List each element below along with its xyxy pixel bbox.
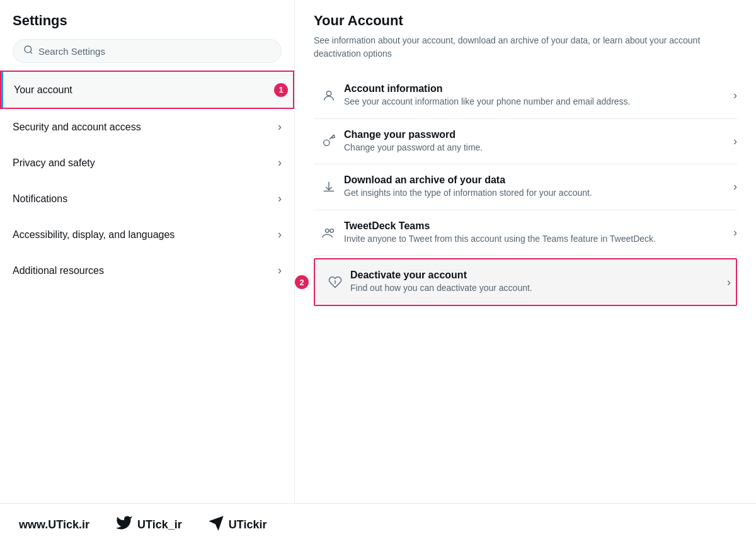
chevron-right-icon: › bbox=[278, 120, 282, 134]
sidebar-item-label: Accessibility, display, and languages bbox=[13, 229, 175, 241]
menu-item-deactivate-account[interactable]: Deactivate your account Find out how you… bbox=[314, 258, 737, 306]
main-content: Your Account See information about your … bbox=[295, 0, 756, 503]
svg-point-3 bbox=[324, 140, 329, 146]
svg-line-1 bbox=[30, 52, 32, 54]
sidebar-nav: Your account › 1 Security and account ac… bbox=[0, 71, 294, 288]
menu-item-account-information[interactable]: Account information See your account inf… bbox=[314, 73, 737, 119]
website-label: www.UTick.ir bbox=[19, 518, 89, 532]
menu-item-change-password[interactable]: Change your password Change your passwor… bbox=[314, 119, 737, 165]
sidebar-item-label: Additional resources bbox=[13, 265, 104, 276]
footer: www.UTick.ir UTick_ir UTickir bbox=[0, 503, 756, 546]
telegram-label: UTickir bbox=[229, 518, 267, 532]
menu-item-title: Account information bbox=[344, 83, 726, 94]
footer-website: www.UTick.ir bbox=[19, 518, 89, 532]
key-icon bbox=[314, 134, 344, 148]
chevron-right-icon: › bbox=[278, 228, 282, 241]
page-title: Your Account bbox=[314, 13, 737, 29]
chevron-right-icon: › bbox=[278, 192, 282, 205]
menu-item-text: TweetDeck Teams Invite anyone to Tweet f… bbox=[344, 220, 726, 246]
menu-item-tweetdeck-teams[interactable]: TweetDeck Teams Invite anyone to Tweet f… bbox=[314, 210, 737, 256]
download-icon bbox=[314, 180, 344, 194]
search-bar-wrapper: Search Settings bbox=[0, 39, 294, 71]
annotation-badge-1: 1 bbox=[274, 83, 288, 97]
sidebar-item-additional[interactable]: Additional resources › bbox=[0, 253, 294, 288]
chevron-right-icon: › bbox=[727, 276, 731, 289]
search-bar[interactable]: Search Settings bbox=[13, 39, 282, 63]
sidebar-item-label: Notifications bbox=[13, 193, 67, 205]
menu-item-text: Account information See your account inf… bbox=[344, 83, 726, 108]
sidebar: Settings Search Settings Your account › … bbox=[0, 0, 295, 503]
sidebar-item-label: Security and account access bbox=[13, 122, 141, 133]
twitter-label: UTick_ir bbox=[137, 518, 182, 532]
chevron-right-icon: › bbox=[733, 226, 737, 239]
sidebar-item-your-account[interactable]: Your account › 1 bbox=[0, 71, 294, 109]
team-icon bbox=[314, 226, 344, 240]
sidebar-item-security[interactable]: Security and account access › bbox=[0, 109, 294, 145]
menu-item-desc: Get insights into the type of informatio… bbox=[344, 187, 726, 200]
menu-item-desc: See your account information like your p… bbox=[344, 96, 726, 108]
svg-point-5 bbox=[330, 229, 334, 232]
menu-item-desc: Invite anyone to Tweet from this account… bbox=[344, 233, 726, 246]
menu-item-desc: Find out how you can deactivate your acc… bbox=[350, 282, 719, 295]
search-icon bbox=[23, 45, 33, 57]
chevron-right-icon: › bbox=[278, 264, 282, 277]
sidebar-item-accessibility[interactable]: Accessibility, display, and languages › bbox=[0, 217, 294, 253]
sidebar-title: Settings bbox=[0, 13, 294, 39]
sidebar-item-privacy[interactable]: Privacy and safety › bbox=[0, 145, 294, 181]
telegram-icon bbox=[207, 515, 225, 535]
chevron-right-icon: › bbox=[278, 156, 282, 169]
chevron-right-icon: › bbox=[733, 89, 737, 102]
menu-item-text: Download an archive of your data Get ins… bbox=[344, 174, 726, 200]
svg-point-0 bbox=[25, 46, 32, 53]
menu-item-title: TweetDeck Teams bbox=[344, 220, 726, 232]
sidebar-item-label: Your account bbox=[14, 84, 72, 96]
annotation-badge-2: 2 bbox=[295, 275, 309, 289]
chevron-right-icon: › bbox=[733, 135, 737, 148]
menu-item-text: Change your password Change your passwor… bbox=[344, 129, 726, 154]
chevron-right-icon: › bbox=[733, 180, 737, 193]
svg-point-4 bbox=[326, 229, 329, 232]
sidebar-item-notifications[interactable]: Notifications › bbox=[0, 181, 294, 217]
footer-twitter: UTick_ir bbox=[115, 514, 182, 536]
menu-item-text: Deactivate your account Find out how you… bbox=[350, 270, 719, 295]
footer-telegram: UTickir bbox=[207, 515, 267, 535]
deactivate-icon bbox=[320, 275, 350, 289]
person-icon bbox=[314, 89, 344, 103]
menu-item-title: Change your password bbox=[344, 129, 726, 140]
page-subtitle: See information about your account, down… bbox=[314, 34, 737, 60]
svg-point-2 bbox=[326, 91, 331, 95]
menu-item-title: Deactivate your account bbox=[350, 270, 719, 281]
menu-item-desc: Change your password at any time. bbox=[344, 142, 726, 154]
menu-item-title: Download an archive of your data bbox=[344, 174, 726, 186]
sidebar-item-label: Privacy and safety bbox=[13, 157, 95, 169]
twitter-bird-icon bbox=[115, 514, 134, 536]
search-placeholder: Search Settings bbox=[38, 46, 105, 57]
menu-item-download-archive[interactable]: Download an archive of your data Get ins… bbox=[314, 164, 737, 210]
